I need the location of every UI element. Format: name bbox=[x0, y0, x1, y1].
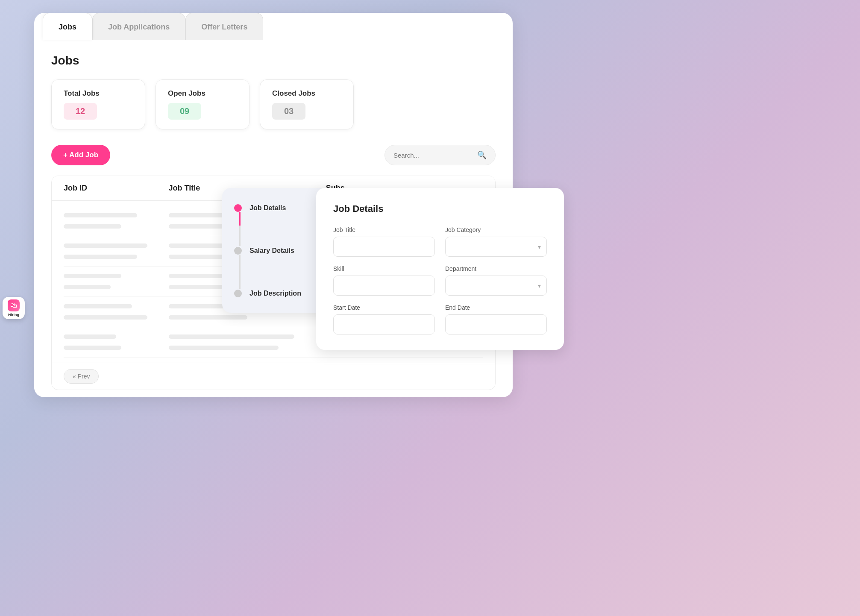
add-job-button[interactable]: + Add Job bbox=[51, 145, 110, 165]
stepper-item-job-description[interactable]: Job Description bbox=[234, 289, 330, 297]
stepper-item-job-details[interactable]: Job Details bbox=[234, 203, 330, 246]
input-skill[interactable] bbox=[333, 276, 435, 296]
form-group-job-title: Job Title bbox=[333, 226, 435, 257]
stepper-left-1 bbox=[234, 203, 242, 246]
form-grid: Job Title Job Category ▾ Skill Departmen… bbox=[333, 226, 547, 334]
select-wrapper-job-category: ▾ bbox=[445, 237, 547, 257]
search-input[interactable] bbox=[393, 152, 473, 159]
stat-card-total[interactable]: Total Jobs 12 bbox=[51, 79, 145, 129]
form-group-start-date: Start Date bbox=[333, 304, 435, 334]
stat-card-closed[interactable]: Closed Jobs 03 bbox=[260, 79, 354, 129]
form-group-department: Department ▾ bbox=[445, 265, 547, 296]
tab-job-applications[interactable]: Job Applications bbox=[92, 13, 185, 40]
sidebar-app-icon[interactable]: 🛍 Hiring bbox=[3, 297, 25, 319]
stat-label-open: Open Jobs bbox=[168, 89, 237, 98]
stat-label-total: Total Jobs bbox=[64, 89, 133, 98]
form-card: Job Details Job Title Job Category ▾ Ski… bbox=[316, 188, 564, 350]
form-title: Job Details bbox=[333, 203, 547, 214]
search-icon: 🔍 bbox=[477, 150, 487, 160]
stepper-left-2 bbox=[234, 246, 242, 289]
stepper-group: Job Details Salary Details Job Descripti… bbox=[234, 203, 330, 297]
prev-page-button[interactable]: « Prev bbox=[64, 369, 99, 384]
toolbar: + Add Job 🔍 bbox=[51, 145, 496, 165]
label-skill: Skill bbox=[333, 265, 435, 272]
stepper-dot-job-details bbox=[234, 204, 242, 212]
stepper-dot-salary-details bbox=[234, 247, 242, 255]
stat-value-closed: 03 bbox=[272, 103, 305, 120]
label-start-date: Start Date bbox=[333, 304, 435, 311]
search-box: 🔍 bbox=[385, 145, 496, 165]
stepper-label-job-description: Job Description bbox=[249, 290, 301, 297]
pagination: « Prev bbox=[52, 363, 495, 390]
tab-offer-letters[interactable]: Offer Letters bbox=[185, 13, 263, 40]
select-job-category[interactable] bbox=[445, 237, 547, 257]
stepper-line-1 bbox=[239, 212, 241, 246]
input-job-title[interactable] bbox=[333, 237, 435, 257]
stat-card-open[interactable]: Open Jobs 09 bbox=[156, 79, 249, 129]
label-department: Department bbox=[445, 265, 547, 272]
sidebar: 🛍 Hiring bbox=[0, 0, 27, 616]
sidebar-icon-label: Hiring bbox=[8, 313, 19, 317]
stat-cards: Total Jobs 12 Open Jobs 09 Closed Jobs 0… bbox=[51, 79, 496, 129]
stat-label-closed: Closed Jobs bbox=[272, 89, 341, 98]
stepper-dot-job-description bbox=[234, 290, 242, 297]
stat-value-total: 12 bbox=[64, 103, 97, 120]
stepper-item-salary-details[interactable]: Salary Details bbox=[234, 246, 330, 289]
stepper-label-salary-details: Salary Details bbox=[249, 247, 294, 255]
form-group-end-date: End Date bbox=[445, 304, 547, 334]
label-job-category: Job Category bbox=[445, 226, 547, 233]
label-end-date: End Date bbox=[445, 304, 547, 311]
tab-jobs[interactable]: Jobs bbox=[43, 13, 92, 40]
form-group-skill: Skill bbox=[333, 265, 435, 296]
col-job-id: Job ID bbox=[64, 184, 169, 193]
stat-value-open: 09 bbox=[168, 103, 201, 120]
label-job-title: Job Title bbox=[333, 226, 435, 233]
tabs-container: Jobs Job Applications Offer Letters bbox=[34, 13, 513, 40]
form-group-job-category: Job Category ▾ bbox=[445, 226, 547, 257]
select-department[interactable] bbox=[445, 276, 547, 296]
hiring-icon: 🛍 bbox=[8, 299, 20, 311]
stepper-line-2 bbox=[239, 255, 241, 289]
select-wrapper-department: ▾ bbox=[445, 276, 547, 296]
stepper-left-3 bbox=[234, 289, 242, 297]
input-end-date[interactable] bbox=[445, 314, 547, 334]
stepper-label-job-details: Job Details bbox=[249, 204, 286, 212]
page-title: Jobs bbox=[51, 54, 496, 67]
input-start-date[interactable] bbox=[333, 314, 435, 334]
